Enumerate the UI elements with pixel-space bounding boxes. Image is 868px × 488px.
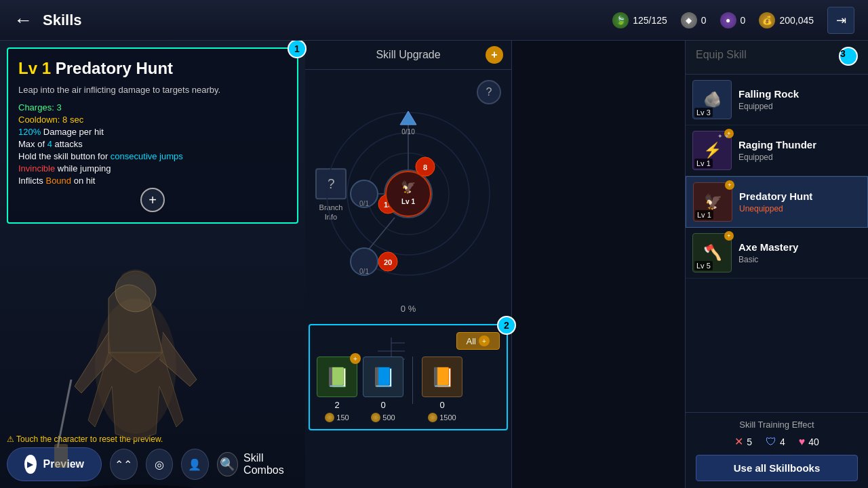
- skillbook-icon-2: 📘: [363, 357, 403, 397]
- axe-mastery-status: Basic: [738, 255, 861, 264]
- svg-line-3: [58, 380, 71, 447]
- skill-upgrade-area: Skill Upgrade + ? BranchInfo ?: [305, 41, 512, 488]
- left-panel: 1 Lv 1 Predatory Hunt Leap into the air …: [0, 41, 305, 488]
- svg-text:0/10: 0/10: [401, 128, 415, 136]
- skillbook-icon-1: 📗 +: [317, 357, 357, 397]
- svg-text:🦅: 🦅: [401, 180, 416, 195]
- gold-cost-icon-3: [428, 413, 437, 422]
- damage-stat: 120% Damage per hit: [18, 127, 287, 137]
- svg-text:0/1: 0/1: [359, 268, 369, 275]
- character-silhouette: [0, 230, 271, 488]
- cooldown-stat: Cooldown: 8 sec: [18, 115, 287, 125]
- purple-icon: ●: [720, 12, 736, 28]
- book-cost-3: 1500: [428, 413, 456, 422]
- skill-item-falling-rock[interactable]: 🪨 Lv 3 Falling Rock Equipped: [686, 75, 868, 125]
- skill-upgrade-header: Skill Upgrade +: [305, 41, 511, 70]
- defense-value: 4: [780, 436, 785, 447]
- bound-stat: Inflicts Bound on hit: [18, 176, 287, 186]
- svg-point-0: [54, 485, 217, 488]
- equip-skill-header: Equip Skill 3: [686, 41, 868, 75]
- skill-item-predatory-hunt[interactable]: 🦅 Lv 1 + Predatory Hunt Unequipped: [686, 176, 868, 228]
- all-filter-button[interactable]: All +: [456, 332, 500, 350]
- falling-rock-icon: 🪨 Lv 3: [692, 80, 732, 119]
- raging-thunder-status: Equipped: [738, 152, 861, 162]
- predatory-hunt-status: Unequipped: [739, 204, 861, 214]
- skill-item-raging-thunder[interactable]: ⚡ Lv 1 + ✦ ✦ Raging Thunder Equipped: [686, 125, 868, 176]
- raging-thunder-icon: ⚡ Lv 1 + ✦ ✦: [692, 131, 732, 170]
- invincible-stat: Invincible while jumping: [18, 163, 287, 174]
- axe-mastery-level: Lv 5: [694, 261, 713, 270]
- book-plus-1: +: [350, 353, 361, 364]
- skill-description: Leap into the air inflicting damage to t…: [18, 83, 287, 97]
- skillbook-item-3[interactable]: 📙 0 1500: [422, 357, 462, 422]
- falling-rock-status: Equipped: [738, 102, 861, 111]
- gem-value: 0: [701, 15, 707, 26]
- shield-icon: 🛡: [766, 436, 776, 448]
- attacks-stat: Max of 4 attacks: [18, 139, 287, 149]
- svg-rect-4: [54, 444, 68, 468]
- energy-icon: 🍃: [612, 12, 629, 28]
- energy-value: 125/125: [633, 15, 667, 26]
- book-count-1: 2: [334, 400, 339, 410]
- falling-rock-info: Falling Rock Equipped: [738, 88, 861, 111]
- skill-info-box: 1 Lv 1 Predatory Hunt Leap into the air …: [7, 47, 298, 224]
- gem-icon: ◆: [681, 12, 697, 28]
- skillbook-panel: 2 All + 📗 +: [309, 324, 508, 430]
- skill-item-axe-mastery[interactable]: 🪓 Lv 5 + Axe Mastery Basic: [686, 228, 868, 279]
- skill-level: Lv 1: [18, 59, 51, 77]
- health-stat: ♥ 40: [799, 435, 819, 448]
- gold-cost-icon-1: [325, 413, 334, 422]
- character-area[interactable]: [0, 230, 305, 488]
- add-button[interactable]: +: [140, 188, 165, 212]
- training-effect-title: Skill Training Effect: [696, 420, 858, 430]
- gold-icon: 💰: [759, 12, 775, 28]
- predatory-hunt-level: Lv 1: [695, 210, 713, 220]
- predatory-hunt-name: Predatory Hunt: [739, 190, 861, 202]
- circle-3-badge: 3: [839, 47, 858, 66]
- raging-thunder-level: Lv 1: [694, 159, 713, 168]
- skillbook-filter: All +: [317, 332, 500, 350]
- book-cost-2: 500: [371, 413, 395, 422]
- raging-thunder-info: Raging Thunder Equipped: [738, 139, 861, 162]
- filter-plus-icon: +: [479, 336, 490, 346]
- charges-label: Charges:: [18, 102, 54, 113]
- charges-stat: Charges: 3: [18, 102, 287, 113]
- gold-cost-icon-2: [371, 413, 380, 422]
- skill-tree: ? BranchInfo ? 8 13: [305, 70, 511, 321]
- back-button[interactable]: ←: [14, 9, 33, 31]
- attack-stat: ✕ 5: [734, 435, 752, 448]
- svg-text:Lv 1: Lv 1: [401, 198, 415, 205]
- exit-button[interactable]: ⇥: [827, 7, 854, 34]
- attack-value: 5: [747, 436, 752, 447]
- use-all-skillbooks-button[interactable]: Use all Skillbooks: [696, 455, 858, 481]
- purple-resource: ● 0: [720, 12, 746, 28]
- falling-rock-level: Lv 3: [694, 108, 713, 117]
- header: ← Skills 🍃 125/125 ◆ 0 ● 0 💰 200,045 ⇥: [0, 0, 868, 41]
- upgrade-plus-badge[interactable]: +: [486, 46, 503, 64]
- skill-upgrade-title: Skill Upgrade: [376, 49, 440, 61]
- circle-2-badge: 2: [497, 316, 516, 335]
- svg-text:8: 8: [423, 163, 427, 171]
- skillbook-icon-3: 📙: [422, 357, 462, 397]
- cooldown-label: Cooldown:: [18, 115, 60, 125]
- skillbook-item-2[interactable]: 📘 0 500: [363, 357, 403, 422]
- book-cost-1: 150: [325, 413, 349, 422]
- heart-icon: ♥: [799, 436, 806, 448]
- skillbook-item-1[interactable]: 📗 + 2 150: [317, 357, 357, 422]
- skill-list-panel: Equip Skill 3 🪨 Lv 3 Falling Rock Equipp…: [685, 41, 868, 488]
- equip-skill-title: Equip Skill: [696, 49, 747, 60]
- axe-mastery-name: Axe Mastery: [738, 241, 861, 253]
- progress-percent: 0 %: [401, 304, 416, 314]
- axe-mastery-info: Axe Mastery Basic: [738, 241, 861, 264]
- purple-value: 0: [741, 15, 746, 26]
- svg-text:20: 20: [384, 258, 392, 266]
- skill-name-text: Predatory Hunt: [56, 59, 173, 77]
- gem-resource: ◆ 0: [681, 12, 707, 28]
- falling-rock-name: Falling Rock: [738, 88, 861, 100]
- circle-1-badge: 1: [288, 39, 307, 58]
- resource-bar: 🍃 125/125 ◆ 0 ● 0 💰 200,045 ⇥: [612, 7, 854, 34]
- predatory-hunt-info: Predatory Hunt Unequipped: [739, 190, 861, 214]
- tree-svg: 8 13 20 0/10 0/1 0/1 🦅 Lv 1: [313, 99, 503, 289]
- defense-stat: 🛡 4: [766, 435, 785, 448]
- skillbook-items: 📗 + 2 150 📘 0 500: [317, 357, 500, 422]
